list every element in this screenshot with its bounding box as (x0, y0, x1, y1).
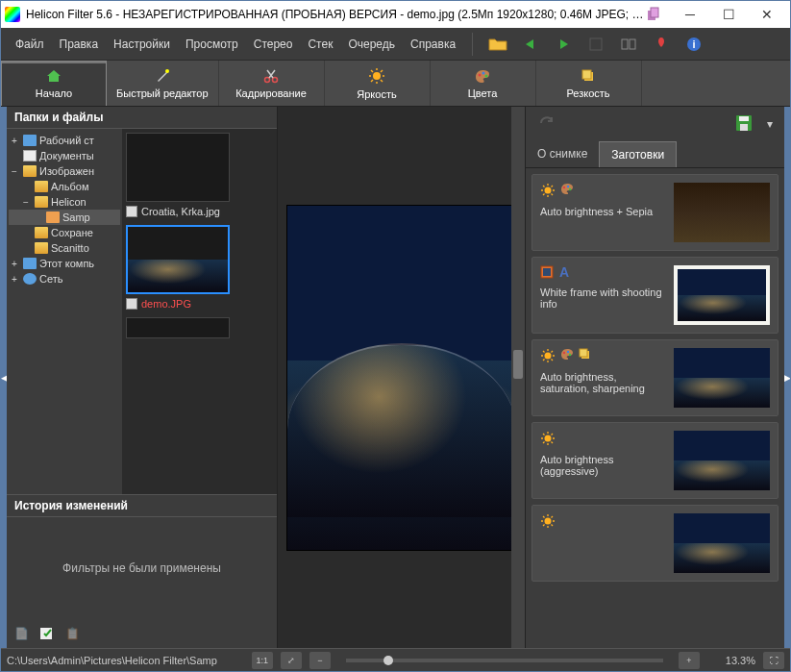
thumbnail[interactable]: Croatia, Krka.jpg (126, 133, 273, 217)
svg-point-66 (545, 518, 552, 525)
svg-point-20 (482, 71, 485, 74)
svg-line-72 (552, 525, 554, 527)
menu-help[interactable]: Справка (404, 34, 462, 55)
preset-item[interactable]: Auto brightness, saturation, sharpening (531, 339, 779, 416)
tab-label: Цвета (468, 87, 498, 99)
tab-quick-editor[interactable]: Быстрый редактор (107, 61, 219, 106)
tab-crop[interactable]: Кадрирование (219, 61, 325, 106)
preview-area[interactable] (278, 107, 525, 648)
pin-icon[interactable] (650, 33, 673, 56)
next-arrow-icon[interactable] (552, 33, 575, 56)
svg-line-18 (381, 70, 383, 72)
vertical-scrollbar[interactable] (511, 107, 525, 648)
tree-node[interactable]: −Helicon (9, 194, 120, 210)
menu-view[interactable]: Просмотр (179, 34, 245, 55)
svg-point-7 (165, 69, 169, 73)
tab-label: Резкость (566, 87, 609, 99)
menu-queue[interactable]: Очередь (341, 34, 402, 55)
menu-stack[interactable]: Стек (301, 34, 339, 55)
history-tool-icon[interactable]: 📋 (65, 627, 80, 640)
letter-icon: A (557, 265, 571, 281)
left-panel: Папки и файлы +Рабочий стДокументы−Изобр… (7, 107, 278, 648)
menu-stereo[interactable]: Стерео (247, 34, 300, 55)
close-button[interactable]: ✕ (748, 3, 786, 26)
preset-item[interactable]: AWhite frame with shooting info (531, 257, 779, 334)
tab-colors[interactable]: Цвета (431, 61, 536, 106)
compare-icon[interactable] (617, 33, 640, 56)
palette-icon (559, 348, 575, 365)
tree-node[interactable]: +Рабочий ст (9, 133, 120, 148)
svg-rect-41 (543, 268, 551, 276)
svg-line-35 (543, 194, 545, 196)
reload-icon[interactable] (537, 114, 556, 135)
tab-brightness[interactable]: Яркость (325, 61, 431, 106)
tab-label: Быстрый редактор (116, 87, 209, 99)
zoom-in-button[interactable]: + (679, 652, 700, 669)
tree-node[interactable]: +Этот компь (9, 256, 120, 271)
svg-line-15 (371, 70, 373, 72)
svg-point-21 (485, 74, 488, 77)
svg-line-36 (552, 186, 554, 187)
menu-edit[interactable]: Правка (53, 34, 106, 55)
menu-settings[interactable]: Настройки (107, 34, 177, 55)
maximize-button[interactable]: ☐ (709, 3, 748, 26)
tab-home[interactable]: Начало (1, 61, 107, 106)
tree-node[interactable]: Альбом (9, 179, 120, 194)
zoom-slider[interactable] (346, 659, 663, 662)
svg-line-71 (543, 516, 545, 518)
sun-icon (540, 431, 556, 448)
tree-node[interactable]: Сохране (9, 225, 120, 240)
svg-line-50 (543, 360, 545, 361)
svg-line-74 (552, 516, 554, 518)
thumbnail-list[interactable]: Croatia, Krka.jpgdemo.JPG (122, 129, 277, 494)
history-tool-icon[interactable]: 📄 (14, 627, 29, 640)
history-panel: История изменений Фильтры не были примен… (7, 494, 277, 648)
tab-label: Яркость (357, 88, 396, 100)
copy-icon[interactable] (644, 5, 663, 24)
tab-presets[interactable]: Заготовки (599, 141, 677, 167)
preset-item[interactable]: Auto brightness (aggressive) (531, 422, 779, 499)
thumbnail[interactable]: demo.JPG (126, 225, 273, 310)
save-dropdown-icon[interactable]: ▾ (767, 117, 773, 131)
svg-text:A: A (559, 265, 569, 279)
preset-item[interactable] (531, 505, 779, 582)
right-panel-toggle[interactable]: ▶ (784, 107, 790, 648)
menu-file[interactable]: Файл (9, 34, 51, 55)
svg-rect-3 (622, 39, 628, 49)
tab-sharpness[interactable]: Резкость (536, 61, 642, 106)
svg-line-64 (543, 442, 545, 444)
prev-arrow-icon[interactable] (519, 33, 542, 56)
tree-node[interactable]: Документы (9, 148, 120, 163)
stack-icon (579, 348, 592, 365)
zoom-percent: 13.3% (707, 655, 755, 666)
wand-icon (155, 68, 170, 86)
preset-list[interactable]: Auto brightness + SepiaAWhite frame with… (526, 168, 784, 648)
tree-node[interactable]: +Сеть (9, 271, 120, 286)
svg-point-9 (273, 77, 278, 82)
fullscreen-button[interactable]: ⛶ (763, 652, 784, 669)
home-icon (45, 68, 62, 86)
tree-node[interactable]: Samp (9, 210, 120, 225)
save-icon[interactable] (734, 113, 754, 136)
zoom-out-button[interactable]: − (309, 652, 331, 669)
history-apply-icon[interactable] (38, 624, 56, 644)
svg-line-16 (381, 80, 383, 82)
svg-point-38 (567, 186, 569, 187)
minimize-button[interactable]: ─ (671, 3, 709, 26)
zoom-11-button[interactable]: 1:1 (252, 652, 273, 669)
svg-point-10 (373, 72, 381, 80)
app-icon (5, 7, 20, 22)
tab-about-shot[interactable]: О снимке (526, 141, 599, 167)
thumbnail[interactable] (126, 317, 273, 338)
open-folder-icon[interactable] (486, 33, 509, 56)
zoom-fit-button[interactable]: ⤢ (281, 652, 302, 669)
info-icon[interactable]: i (682, 33, 705, 56)
tree-node[interactable]: Scanitto (9, 240, 120, 256)
palette-icon (474, 68, 491, 86)
tool-disabled-icon (584, 33, 607, 56)
right-toolbar: ▾ (526, 107, 784, 141)
tree-node[interactable]: −Изображен (9, 163, 120, 179)
svg-line-63 (552, 442, 554, 444)
folder-tree[interactable]: +Рабочий стДокументы−ИзображенАльбом−Hel… (7, 129, 122, 494)
preset-item[interactable]: Auto brightness + Sepia (531, 174, 779, 251)
